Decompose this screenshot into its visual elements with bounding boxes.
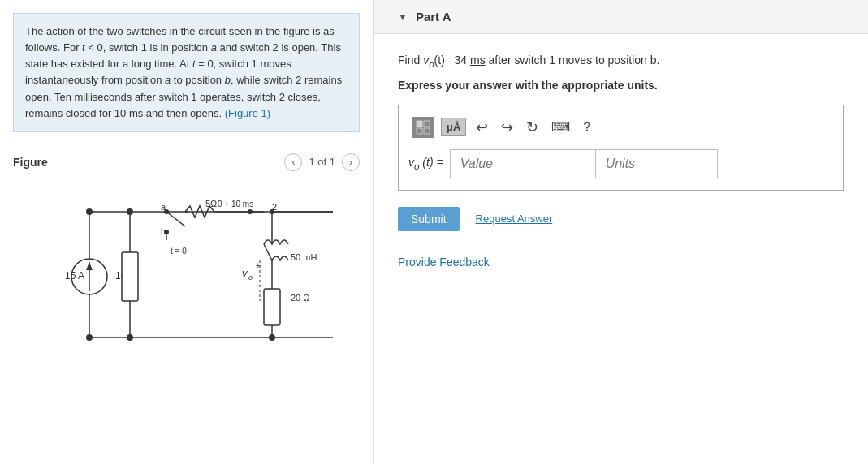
mu-a-button[interactable]: μÅ — [441, 118, 466, 136]
svg-text:50 mH: 50 mH — [291, 252, 317, 262]
circuit-diagram: 15 A 10 Ω a — [41, 195, 333, 350]
figure-page-count: 1 of 1 — [309, 156, 335, 168]
problem-text-content: The action of the two switches in the ci… — [25, 25, 342, 119]
matrix-icon — [416, 120, 430, 135]
svg-point-47 — [86, 334, 93, 341]
svg-rect-11 — [122, 252, 138, 301]
figure-section: Figure ‹ 1 of 1 › 15 A — [0, 145, 373, 464]
svg-text:5Ω: 5Ω — [205, 199, 217, 208]
svg-text:v: v — [242, 267, 248, 279]
svg-rect-48 — [417, 121, 422, 127]
svg-text:t = 0: t = 0 — [171, 247, 187, 256]
figure-link[interactable]: (Figure 1) — [225, 107, 270, 119]
express-text: Express your answer with the appropriate… — [398, 79, 844, 92]
part-a-header: ▼ Part A — [374, 0, 868, 34]
value-input[interactable] — [450, 149, 596, 178]
figure-next-button[interactable]: › — [342, 153, 360, 171]
svg-rect-50 — [417, 128, 422, 134]
undo-button[interactable]: ↩ — [473, 117, 491, 138]
svg-text:−: − — [256, 280, 261, 291]
request-answer-button[interactable]: Request Answer — [476, 213, 553, 225]
left-panel: The action of the two switches in the ci… — [0, 0, 374, 464]
svg-text:o: o — [248, 273, 253, 281]
svg-text:20 Ω: 20 Ω — [291, 293, 310, 303]
toolbar: μÅ ↩ ↪ ↻ ⌨ ? — [408, 117, 833, 138]
submit-button[interactable]: Submit — [398, 207, 460, 231]
answer-box: μÅ ↩ ↪ ↻ ⌨ ? vo (t) = — [398, 105, 844, 191]
svg-rect-49 — [424, 121, 430, 127]
svg-text:15 A: 15 A — [65, 270, 84, 281]
figure-header: Figure ‹ 1 of 1 › — [13, 153, 360, 171]
figure-nav: ‹ 1 of 1 › — [284, 153, 360, 171]
problem-description: The action of the two switches in the ci… — [13, 13, 360, 132]
action-row: Submit Request Answer — [398, 207, 844, 231]
provide-feedback-link[interactable]: Provide Feedback — [398, 256, 490, 269]
svg-line-19 — [166, 212, 185, 226]
units-input[interactable] — [596, 149, 718, 178]
equation-label: vo (t) = — [408, 156, 443, 171]
svg-rect-38 — [264, 289, 280, 325]
matrix-button[interactable] — [412, 117, 434, 138]
find-text: Find vo(t) 34 ms after switch 1 moves to… — [398, 54, 844, 69]
svg-rect-51 — [424, 128, 430, 134]
part-a-content: Find vo(t) 34 ms after switch 1 moves to… — [374, 34, 868, 288]
input-row: vo (t) = — [408, 149, 833, 178]
keyboard-button[interactable]: ⌨ — [548, 118, 573, 136]
part-a-title: Part A — [416, 10, 451, 24]
svg-text:0 + 10 ms: 0 + 10 ms — [218, 200, 253, 208]
figure-prev-button[interactable]: ‹ — [284, 153, 302, 171]
right-panel: ▼ Part A Find vo(t) 34 ms after switch 1… — [374, 0, 868, 464]
svg-point-46 — [86, 208, 93, 215]
refresh-button[interactable]: ↻ — [523, 117, 542, 138]
redo-button[interactable]: ↪ — [498, 117, 516, 138]
collapse-icon[interactable]: ▼ — [398, 11, 408, 23]
help-button[interactable]: ? — [580, 118, 594, 136]
svg-point-40 — [269, 334, 275, 341]
figure-label: Figure — [13, 156, 48, 169]
